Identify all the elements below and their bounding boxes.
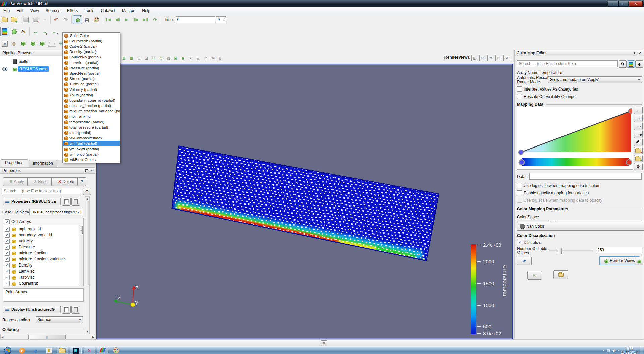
capsule-tool-button[interactable]: ▯ — [217, 55, 223, 61]
auto-rescale-select[interactable]: Grow and update on 'Apply'▼ — [548, 76, 642, 83]
dropdown-item[interactable]: mpi_rank_id — [63, 114, 120, 119]
cell-array-row[interactable]: ✓mixture_fraction — [5, 250, 83, 256]
table-values-input[interactable] — [596, 247, 642, 253]
select-points-on-button[interactable]: ▩ — [128, 55, 135, 61]
dropdown-item[interactable]: FourierNb (partial) — [63, 54, 120, 60]
properties-vscrollbar[interactable]: ▲ ▼ — [85, 196, 90, 334]
rescale-custom-range-button[interactable]: ↔C — [40, 27, 49, 36]
search-options-button[interactable]: ⚙ — [83, 188, 91, 195]
visibility-eye-icon[interactable] — [2, 67, 8, 71]
dropdown-item[interactable]: TurbVisc (partial) — [63, 81, 120, 87]
maximize-view-button[interactable]: □ — [487, 55, 494, 61]
select-points-through-button[interactable]: ◪ — [143, 55, 150, 61]
close-panel-icon[interactable]: ✕ — [90, 169, 93, 172]
loop-button[interactable]: ⟳ — [151, 15, 159, 24]
representation-select[interactable]: Surface▼ — [36, 316, 83, 323]
case-file-input[interactable] — [29, 209, 83, 215]
taskbar-terminal-icon[interactable] — [70, 347, 82, 354]
first-frame-button[interactable]: ▮◀ — [104, 15, 112, 24]
undo-button[interactable]: ↶ — [52, 15, 61, 24]
timer-button[interactable]: ◔ — [40, 15, 49, 24]
dropdown-item[interactable]: Density (partial) — [63, 49, 120, 54]
properties-hscrollbar[interactable]: ◀ ||| ▶ — [0, 334, 95, 339]
close-progress-button[interactable]: ✕ — [321, 340, 327, 346]
tray-network-icon[interactable]: ⸗ — [618, 349, 619, 352]
dropdown-item[interactable]: ym_oxyd (partial) — [63, 146, 120, 152]
cell-array-row[interactable]: ✓LamVisc — [5, 268, 83, 274]
select-points-polygon-button[interactable]: ⬡ — [158, 55, 164, 61]
nan-color-button[interactable]: Nan Color — [517, 222, 644, 231]
dropdown-item[interactable]: mixture_fraction_variance (partial) — [63, 108, 120, 114]
tray-expand-icon[interactable]: ▲ — [602, 349, 605, 352]
discretize-row[interactable]: ✓Discretize — [517, 240, 541, 245]
frame-spinner[interactable]: ▲▼ — [216, 16, 226, 23]
interactive-select-points-button[interactable]: ◉ — [180, 55, 186, 61]
invert-transfer-button[interactable] — [634, 139, 643, 146]
taskbar-media-player-icon[interactable]: ▶ — [16, 347, 28, 354]
tab-properties[interactable]: Properties — [1, 159, 28, 167]
render-view[interactable]: 2.4e+03 2000 1500 1000 500 3.0e+02 tempe… — [96, 64, 513, 339]
float-view-button[interactable]: ❐ — [495, 55, 502, 61]
taskbar-sync-app-icon[interactable]: ⇅ — [43, 347, 55, 354]
contour-filter-button[interactable] — [47, 39, 56, 48]
dropdown-item[interactable]: Stress (partial) — [63, 76, 120, 81]
opacity-function-editor[interactable] — [517, 107, 633, 170]
menu-view[interactable]: View — [27, 7, 42, 14]
properties-section-header[interactable]: ▬Properties (RESULTS.ca — [3, 198, 61, 205]
paste-properties-button[interactable] — [71, 198, 80, 206]
dropdown-item[interactable]: SpecHeat (partial) — [63, 71, 120, 76]
next-frame-button[interactable]: ▮▶ — [132, 15, 141, 24]
pipeline-item-results-case[interactable]: RESULTS.case — [2, 66, 49, 72]
auto-apply-toggle[interactable]: ↱ — [73, 15, 82, 24]
render-views-button[interactable]: Render Views — [599, 256, 640, 266]
menu-filters[interactable]: Filters — [64, 7, 82, 14]
tab-information[interactable]: Information — [29, 160, 57, 167]
cell-array-row[interactable]: ✓boundary_zone_id — [5, 232, 83, 238]
update-on-apply-toggle[interactable] — [627, 60, 635, 68]
delete-button[interactable]: ✖Delete — [51, 177, 81, 186]
tf-advanced-button[interactable]: ⚙ — [634, 163, 643, 170]
rescale-data-range-button[interactable]: ↔ — [31, 27, 40, 36]
threshold-filter-button[interactable] — [38, 39, 47, 48]
copy-display-button[interactable] — [62, 306, 71, 314]
data-value-input[interactable] — [529, 173, 642, 180]
save-data-button[interactable]: ▼ — [10, 15, 18, 24]
open-file-button[interactable] — [0, 15, 9, 24]
cme-refresh-button[interactable]: ⟳ — [517, 257, 532, 266]
display-section-header[interactable]: ▬Display (UnstructuredG — [3, 306, 61, 313]
reset-button[interactable]: ⊘Reset — [27, 177, 55, 186]
time-input[interactable] — [176, 16, 215, 23]
cell-array-row[interactable]: ✓Pressure — [5, 244, 83, 250]
connect-server-button[interactable]: ● — [21, 15, 30, 24]
menu-edit[interactable]: Edit — [13, 7, 27, 14]
interactive-select-cells-button[interactable]: ▣ — [172, 55, 179, 61]
taskbar-scilab-icon[interactable]: S — [84, 347, 95, 354]
dropdown-item[interactable]: Pressure (partial) — [63, 65, 120, 71]
show-desktop-button[interactable] — [640, 347, 643, 354]
tf-rescale-visible-button[interactable]: ↔◉ — [634, 131, 643, 138]
cell-arrays-checkbox[interactable]: ✓ — [5, 219, 10, 224]
cell-array-row[interactable]: ✓Velocity — [5, 238, 83, 244]
taskbar-internet-explorer-icon[interactable]: e — [30, 347, 41, 354]
previous-frame-button[interactable]: ◀▮ — [113, 15, 122, 24]
cell-array-row[interactable]: ✓TurbVisc — [5, 274, 83, 280]
visualization-canvas[interactable] — [97, 65, 513, 339]
render-views-extra-button[interactable] — [635, 257, 643, 266]
split-horizontal-button[interactable]: ◫ — [471, 55, 478, 61]
cell-array-row[interactable]: ✓CourantNb — [5, 280, 83, 286]
tf-rescale-custom-button[interactable]: ↔C — [634, 115, 643, 122]
dropdown-item[interactable]: LamVisc (partial) — [63, 60, 120, 65]
dropdown-item-highlighted[interactable]: ym_fuel (partial) — [63, 141, 120, 146]
cme-search-input[interactable] — [517, 60, 618, 67]
table-values-slider[interactable] — [549, 250, 593, 252]
cell-array-row[interactable]: ✓Density — [5, 262, 83, 268]
tray-volume-icon[interactable]: ◀) — [612, 349, 616, 352]
start-button[interactable] — [1, 347, 14, 354]
dropdown-item[interactable]: boundary_zone_id (partial) — [63, 98, 120, 103]
cell-array-row[interactable]: ✓mpi_rank_id — [5, 226, 83, 232]
slice-filter-button[interactable] — [29, 39, 37, 48]
menu-file[interactable]: File — [0, 7, 13, 14]
paste-display-button[interactable] — [71, 306, 80, 314]
minimize-button[interactable]: – — [608, 1, 618, 7]
split-vertical-button[interactable]: ⊟ — [479, 55, 486, 61]
